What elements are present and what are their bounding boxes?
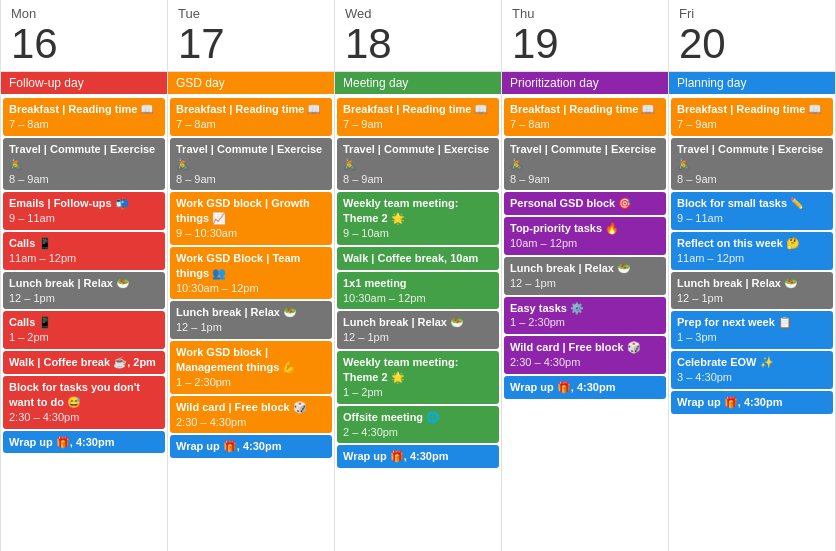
- event-time: 7 – 9am: [343, 117, 493, 132]
- calendar-event[interactable]: Breakfast | Reading time 📖7 – 9am: [337, 98, 499, 136]
- event-title: Travel | Commute | Exercise 🚴: [677, 142, 827, 172]
- calendar-event[interactable]: Offsite meeting 🌐2 – 4:30pm: [337, 406, 499, 444]
- calendar-event[interactable]: Wild card | Free block 🎲2:30 – 4:30pm: [504, 336, 666, 374]
- day-col-wed: Wed18Meeting dayBreakfast | Reading time…: [335, 0, 502, 551]
- event-time: 12 – 1pm: [343, 330, 493, 345]
- event-title: Wrap up 🎁, 4:30pm: [9, 435, 159, 450]
- calendar-event[interactable]: Walk | Coffee break ☕, 2pm: [3, 351, 165, 374]
- calendar-event[interactable]: Prep for next week 📋1 – 3pm: [671, 311, 833, 349]
- event-time: 1 – 2pm: [343, 385, 493, 400]
- calendar-event[interactable]: Block for small tasks ✏️9 – 11am: [671, 192, 833, 230]
- calendar-event[interactable]: Walk | Coffee break, 10am: [337, 247, 499, 270]
- event-title: Walk | Coffee break, 10am: [343, 251, 493, 266]
- calendar-event[interactable]: Lunch break | Relax 🥗12 – 1pm: [504, 257, 666, 295]
- event-time: 1 – 2:30pm: [176, 375, 326, 390]
- event-title: Breakfast | Reading time 📖: [176, 102, 326, 117]
- calendar-event[interactable]: Weekly team meeting: Theme 2 🌟9 – 10am: [337, 192, 499, 245]
- calendar-event[interactable]: Celebrate EOW ✨3 – 4:30pm: [671, 351, 833, 389]
- calendar-event[interactable]: 1x1 meeting10:30am – 12pm: [337, 272, 499, 310]
- day-header-fri: Fri20: [669, 0, 835, 72]
- day-tag: Planning day: [669, 72, 835, 94]
- day-header-tue: Tue17: [168, 0, 334, 72]
- event-time: 9 – 11am: [677, 211, 827, 226]
- event-title: Lunch break | Relax 🥗: [343, 315, 493, 330]
- calendar-event[interactable]: Breakfast | Reading time 📖7 – 9am: [671, 98, 833, 136]
- day-number: 18: [345, 21, 491, 67]
- calendar-event[interactable]: Wrap up 🎁, 4:30pm: [170, 435, 332, 458]
- event-time: 9 – 10:30am: [176, 226, 326, 241]
- calendar-event[interactable]: Lunch break | Relax 🥗12 – 1pm: [337, 311, 499, 349]
- calendar-event[interactable]: Lunch break | Relax 🥗12 – 1pm: [170, 301, 332, 339]
- calendar-event[interactable]: Calls 📱1 – 2pm: [3, 311, 165, 349]
- event-time: 10am – 12pm: [510, 236, 660, 251]
- day-col-tue: Tue17GSD dayBreakfast | Reading time 📖7 …: [168, 0, 335, 551]
- day-tag: Meeting day: [335, 72, 501, 94]
- day-header-mon: Mon16: [1, 0, 167, 72]
- calendar-event[interactable]: Work GSD Block | Team things 👥10:30am – …: [170, 247, 332, 300]
- calendar-event[interactable]: Emails | Follow-ups 📬9 – 11am: [3, 192, 165, 230]
- calendar-event[interactable]: Wrap up 🎁, 4:30pm: [3, 431, 165, 454]
- event-time: 7 – 8am: [510, 117, 660, 132]
- event-time: 8 – 9am: [9, 172, 159, 187]
- calendar-event[interactable]: Wrap up 🎁, 4:30pm: [671, 391, 833, 414]
- day-header-thu: Thu19: [502, 0, 668, 72]
- calendar-event[interactable]: Lunch break | Relax 🥗12 – 1pm: [3, 272, 165, 310]
- calendar-event[interactable]: Breakfast | Reading time 📖7 – 8am: [170, 98, 332, 136]
- event-title: Top-priority tasks 🔥: [510, 221, 660, 236]
- event-title: Breakfast | Reading time 📖: [510, 102, 660, 117]
- calendar-event[interactable]: Breakfast | Reading time 📖7 – 8am: [3, 98, 165, 136]
- calendar-event[interactable]: Work GSD block | Growth things 📈9 – 10:3…: [170, 192, 332, 245]
- event-title: Breakfast | Reading time 📖: [677, 102, 827, 117]
- event-title: Work GSD block | Management things 💪: [176, 345, 326, 375]
- event-title: Travel | Commute | Exercise 🚴: [9, 142, 159, 172]
- event-title: Celebrate EOW ✨: [677, 355, 827, 370]
- event-title: Wild card | Free block 🎲: [176, 400, 326, 415]
- calendar-event[interactable]: Block for tasks you don't want to do 😅2:…: [3, 376, 165, 429]
- day-header-wed: Wed18: [335, 0, 501, 72]
- calendar-event[interactable]: Reflect on this week 🤔11am – 12pm: [671, 232, 833, 270]
- calendar-event[interactable]: Lunch break | Relax 🥗12 – 1pm: [671, 272, 833, 310]
- day-name: Mon: [11, 6, 157, 21]
- event-time: 7 – 9am: [677, 117, 827, 132]
- calendar-grid: Mon16Follow-up dayBreakfast | Reading ti…: [0, 0, 836, 551]
- event-title: Block for tasks you don't want to do 😅: [9, 380, 159, 410]
- calendar-event[interactable]: Top-priority tasks 🔥10am – 12pm: [504, 217, 666, 255]
- event-time: 8 – 9am: [176, 172, 326, 187]
- calendar-event[interactable]: Personal GSD block 🎯: [504, 192, 666, 215]
- event-title: Reflect on this week 🤔: [677, 236, 827, 251]
- event-title: Work GSD block | Growth things 📈: [176, 196, 326, 226]
- day-number: 19: [512, 21, 658, 67]
- calendar-event[interactable]: Easy tasks ⚙️1 – 2:30pm: [504, 297, 666, 335]
- calendar-event[interactable]: Travel | Commute | Exercise 🚴8 – 9am: [170, 138, 332, 191]
- calendar-event[interactable]: Travel | Commute | Exercise 🚴8 – 9am: [504, 138, 666, 191]
- event-title: Walk | Coffee break ☕, 2pm: [9, 355, 159, 370]
- event-time: 9 – 10am: [343, 226, 493, 241]
- calendar-event[interactable]: Breakfast | Reading time 📖7 – 8am: [504, 98, 666, 136]
- event-title: Weekly team meeting: Theme 2 🌟: [343, 196, 493, 226]
- calendar-event[interactable]: Wild card | Free block 🎲2:30 – 4:30pm: [170, 396, 332, 434]
- event-title: Weekly team meeting: Theme 2 🌟: [343, 355, 493, 385]
- calendar-event[interactable]: Work GSD block | Management things 💪1 – …: [170, 341, 332, 394]
- calendar-event[interactable]: Wrap up 🎁, 4:30pm: [504, 376, 666, 399]
- event-title: Calls 📱: [9, 315, 159, 330]
- calendar-event[interactable]: Travel | Commute | Exercise 🚴8 – 9am: [671, 138, 833, 191]
- events-container: Breakfast | Reading time 📖7 – 9amTravel …: [669, 96, 835, 551]
- calendar-event[interactable]: Travel | Commute | Exercise 🚴8 – 9am: [3, 138, 165, 191]
- day-name: Thu: [512, 6, 658, 21]
- event-title: Calls 📱: [9, 236, 159, 251]
- event-title: Wrap up 🎁, 4:30pm: [176, 439, 326, 454]
- event-title: Lunch break | Relax 🥗: [176, 305, 326, 320]
- event-title: Prep for next week 📋: [677, 315, 827, 330]
- calendar-event[interactable]: Wrap up 🎁, 4:30pm: [337, 445, 499, 468]
- calendar-event[interactable]: Travel | Commute | Exercise 🚴8 – 9am: [337, 138, 499, 191]
- event-title: Travel | Commute | Exercise 🚴: [510, 142, 660, 172]
- event-time: 1 – 3pm: [677, 330, 827, 345]
- calendar-event[interactable]: Weekly team meeting: Theme 2 🌟1 – 2pm: [337, 351, 499, 404]
- events-container: Breakfast | Reading time 📖7 – 8amTravel …: [502, 96, 668, 551]
- day-number: 20: [679, 21, 825, 67]
- event-time: 2:30 – 4:30pm: [510, 355, 660, 370]
- day-col-fri: Fri20Planning dayBreakfast | Reading tim…: [669, 0, 836, 551]
- day-number: 16: [11, 21, 157, 67]
- calendar-event[interactable]: Calls 📱11am – 12pm: [3, 232, 165, 270]
- event-time: 11am – 12pm: [9, 251, 159, 266]
